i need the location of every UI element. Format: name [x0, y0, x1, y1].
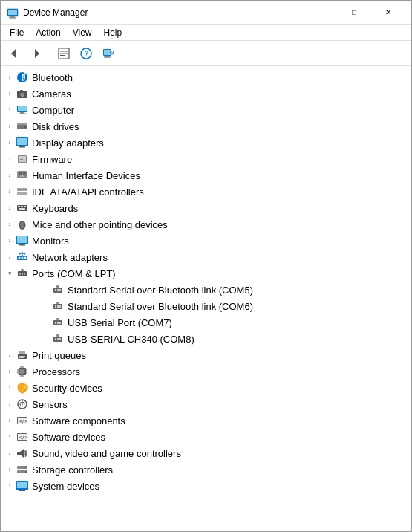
tree-item-processors[interactable]: › Processors	[1, 363, 411, 380]
item-chevron: ›	[4, 71, 16, 83]
svg-rect-1	[8, 10, 17, 15]
svg-rect-46	[25, 189, 27, 190]
item-chevron: ›	[4, 382, 16, 394]
item-chevron: ›	[4, 480, 16, 492]
restore-button[interactable]: □	[337, 1, 371, 25]
item-icon-security: 🔑	[16, 381, 29, 395]
menu-action[interactable]: Action	[30, 26, 66, 39]
tree-item-ports-ch340[interactable]: USB-SERIAL CH340 (COM8)	[1, 331, 411, 347]
svg-point-120	[25, 467, 27, 468]
item-label: Human Interface Devices	[32, 170, 140, 181]
toolbar-forward-button[interactable]	[26, 44, 47, 63]
tree-item-ports-bt5[interactable]: Standard Serial over Bluetooth link (COM…	[1, 282, 411, 298]
menu-file[interactable]: File	[4, 26, 30, 39]
item-chevron: ›	[4, 186, 16, 198]
tree-item-print-queues[interactable]: › Print queues	[1, 347, 411, 363]
tree-item-firmware[interactable]: › Firmware	[1, 151, 411, 167]
tree-item-ide[interactable]: › IDE ATA/ATAPI controllers	[1, 184, 411, 200]
svg-rect-51	[19, 208, 25, 210]
toolbar-help-button[interactable]: ?	[76, 44, 97, 63]
close-button[interactable]: ✕	[371, 1, 405, 25]
svg-rect-39	[20, 175, 24, 177]
item-icon-port-sub	[51, 283, 65, 296]
toolbar-back-button[interactable]	[4, 44, 24, 63]
svg-rect-24	[20, 112, 24, 114]
item-icon-keyboard	[16, 201, 29, 215]
tree-item-monitors[interactable]: › Monitors	[1, 233, 411, 249]
svg-point-121	[25, 471, 27, 473]
svg-rect-50	[24, 206, 26, 207]
item-chevron: ›	[4, 137, 16, 149]
tree-item-mice[interactable]: › Mice and other pointing devices	[1, 216, 411, 233]
tree-item-security[interactable]: › 🔑 Security devices	[1, 380, 411, 396]
item-chevron: ›	[4, 398, 16, 410]
svg-rect-23	[18, 106, 27, 111]
svg-marker-4	[11, 49, 16, 58]
svg-rect-34	[20, 158, 24, 158]
item-chevron	[39, 300, 51, 312]
item-chevron: ›	[4, 104, 16, 116]
menu-help[interactable]: Help	[98, 26, 128, 39]
window-controls: — □ ✕	[303, 1, 405, 25]
toolbar-properties-button[interactable]	[53, 44, 74, 63]
tree-item-ports-usb7[interactable]: USB Serial Port (COM7)	[1, 314, 411, 331]
tree-item-display-adapters[interactable]: › Display adapters	[1, 134, 411, 151]
menu-view[interactable]: View	[67, 26, 98, 39]
item-chevron: ›	[4, 235, 16, 247]
svg-text:</>: </>	[19, 435, 28, 441]
tree-item-hid[interactable]: › Human Interface Devices	[1, 167, 411, 184]
svg-rect-49	[21, 206, 23, 207]
tree-item-disk-drives[interactable]: › Disk drives	[1, 118, 411, 134]
item-chevron: ›	[4, 218, 16, 230]
minimize-button[interactable]: —	[303, 1, 337, 25]
tree-item-network-adapters[interactable]: › Network adapters	[1, 249, 411, 265]
svg-rect-75	[59, 305, 61, 308]
device-manager-window: Device Manager — □ ✕ File Action View He…	[0, 0, 412, 532]
item-chevron: ›	[4, 88, 16, 100]
svg-point-54	[20, 222, 24, 229]
toolbar-scan-button[interactable]: ↻	[98, 44, 119, 63]
item-icon-sound	[16, 447, 29, 460]
tree-item-ports[interactable]: ▾ Ports (COM & LPT)	[1, 265, 411, 282]
svg-rect-43	[20, 189, 22, 190]
tree-item-keyboards[interactable]: › Keyboards	[1, 200, 411, 216]
svg-rect-3	[9, 17, 16, 18]
svg-rect-42	[18, 189, 19, 190]
item-icon-processor	[16, 365, 29, 378]
tree-item-sound[interactable]: › Sound, video and game controllers	[1, 445, 411, 461]
item-label: USB Serial Port (COM7)	[68, 317, 172, 328]
item-chevron: ›	[4, 251, 16, 263]
tree-item-cameras[interactable]: › Cameras	[1, 85, 411, 102]
svg-rect-63	[19, 273, 21, 275]
item-icon-display	[16, 136, 29, 149]
svg-rect-37	[19, 172, 22, 175]
device-tree[interactable]: › Bluetooth › Cameras › Computer › Disk …	[1, 66, 411, 531]
svg-rect-83	[55, 338, 56, 340]
svg-point-21	[22, 94, 23, 95]
svg-rect-89	[19, 356, 25, 357]
tree-item-software-devices[interactable]: › </> Software devices	[1, 429, 411, 445]
tree-item-storage-controllers[interactable]: › Storage controllers	[1, 461, 411, 478]
item-icon-ide	[16, 185, 29, 198]
tree-item-ports-bt6[interactable]: Standard Serial over Bluetooth link (COM…	[1, 298, 411, 314]
svg-rect-57	[19, 244, 25, 246]
svg-rect-70	[59, 289, 61, 291]
item-icon-port-sub	[51, 299, 65, 313]
tree-item-sensors[interactable]: › Sensors	[1, 396, 411, 412]
item-icon-monitor	[16, 234, 29, 247]
tree-item-software-components[interactable]: › </> Software components	[1, 412, 411, 429]
svg-rect-15	[104, 56, 111, 57]
item-label: Computer	[32, 105, 74, 116]
tree-item-bluetooth[interactable]: › Bluetooth	[1, 69, 411, 85]
item-icon-hid	[16, 169, 29, 182]
tree-item-system-devices[interactable]: › System devices	[1, 478, 411, 494]
item-label: Mice and other pointing devices	[32, 219, 168, 230]
item-label: Processors	[32, 366, 80, 377]
item-label: Cameras	[32, 88, 71, 100]
tree-item-computer[interactable]: › Computer	[1, 102, 411, 118]
toolbar: ? ↻	[1, 41, 411, 66]
item-label: Software devices	[32, 432, 105, 443]
svg-rect-48	[18, 206, 20, 207]
item-label: Ports (COM & LPT)	[32, 268, 116, 279]
svg-rect-123	[17, 482, 27, 488]
